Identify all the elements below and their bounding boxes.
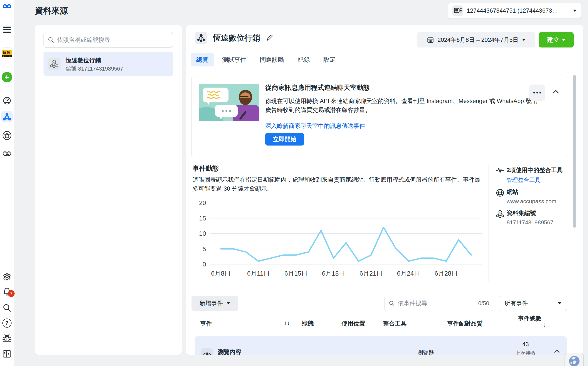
row-collapse-chevron-up-icon[interactable] (553, 349, 560, 354)
browser-globe-widget[interactable] (565, 354, 584, 366)
col-status: 狀態 (302, 320, 314, 328)
tab-diagnostics[interactable]: 問題診斷 (254, 53, 290, 66)
event-filter-value: 所有事件 (504, 299, 528, 307)
banner-illustration (199, 84, 259, 121)
tab-test-events[interactable]: 測試事件 (216, 53, 252, 66)
partners-handshake-icon[interactable] (2, 150, 12, 159)
date-range-value: 2024年6月8日 – 2024年7月5日 (437, 36, 518, 44)
search-icon (389, 300, 395, 306)
events-activity-chart: 051015206月8日6月11日6月15日6月18日6月21日6月24日6月2… (191, 199, 484, 278)
date-range-picker[interactable]: 2024年6月8日 – 2024年7月5日 (417, 32, 535, 47)
globe-color-icon (568, 355, 580, 366)
tab-history[interactable]: 紀錄 (292, 53, 316, 66)
integrations-count: 2項使用中的整合工具 (507, 166, 574, 174)
dataset-title: 恆遠數位行銷 (213, 33, 260, 43)
globe-icon (496, 188, 504, 197)
vertical-scrollbar-thumb[interactable] (573, 75, 576, 228)
svg-text:5: 5 (203, 245, 206, 252)
banner-collapse-chevron-up-icon[interactable] (552, 89, 559, 95)
svg-text:6月8日: 6月8日 (211, 270, 231, 277)
row-total-count: 43 (511, 341, 540, 348)
report-bug-icon[interactable] (2, 334, 12, 343)
list-item-title: 恆遠數位行銷 (66, 56, 101, 64)
tab-bar: 總覽 測試事件 問題診斷 紀錄 設定 (191, 53, 341, 66)
create-plus-button[interactable]: + (2, 72, 12, 82)
col-event: 事件 (200, 320, 212, 328)
list-item-id: 編號 817117431989567 (66, 65, 123, 72)
integrations-info: 2項使用中的整合工具 管理整合工具 (496, 166, 574, 184)
event-search-input[interactable] (398, 300, 475, 307)
hamburger-menu-button[interactable] (3, 27, 11, 33)
col-usage: 使用位置 (342, 320, 365, 328)
events-section-title: 事件動態 (193, 164, 219, 173)
svg-text:6月21日: 6月21日 (360, 270, 382, 277)
website-label: 網站 (507, 188, 574, 196)
search-icon[interactable] (2, 303, 12, 313)
star-circle-icon[interactable] (2, 131, 12, 140)
tab-settings[interactable]: 設定 (318, 53, 341, 66)
banner-more-button[interactable] (529, 84, 545, 101)
left-icon-rail: 恆遠 數位行銷 + 7 ? (0, 0, 14, 366)
dataset-nodes-icon-dark (195, 31, 207, 44)
dataset-nodes-icon (48, 58, 60, 70)
eye-icon (201, 348, 213, 355)
add-event-button[interactable]: 新增事件 (191, 296, 238, 311)
data-sources-icon[interactable] (1, 111, 13, 122)
data-sources-list-panel: 恆遠數位行銷 編號 817117431989567 (35, 25, 182, 355)
col-match-quality: 事件配對品質 (447, 320, 482, 328)
col-total-events: 事件總數 (518, 315, 542, 322)
edit-pencil-icon[interactable] (266, 34, 273, 42)
svg-text:20: 20 (199, 199, 206, 206)
sort-toggle-icon[interactable]: ↑↓ (284, 320, 290, 326)
chevron-down-icon (522, 39, 526, 41)
dataset-nodes-icon (496, 210, 504, 218)
dataset-id-value: 817117431989567 (507, 219, 574, 226)
help-icon[interactable]: ? (2, 319, 12, 328)
svg-text:6月24日: 6月24日 (397, 270, 420, 277)
list-search-box[interactable] (44, 32, 173, 48)
account-selector[interactable]: 127444367344751 (1274443673… (448, 3, 581, 19)
notifications-badge: 7 (8, 290, 15, 297)
banner-learn-more-link[interactable]: 深入瞭解商家聊天室中的訊息傳送事件 (265, 122, 365, 130)
row-event-name: 瀏覽內容 (218, 348, 241, 355)
create-button-label: 建立 (547, 36, 559, 44)
list-search-input[interactable] (57, 37, 169, 43)
pulse-icon (496, 167, 504, 174)
table-row-pageview[interactable]: 瀏覽內容 瀏覽器 43 上次接收 (195, 336, 567, 355)
overview-gauge-icon[interactable] (2, 96, 12, 106)
messaging-banner-card: 從商家訊息應用程式連結聊天室動態 你現在可以使用轉換 API 來連結商家聊天室的… (191, 76, 567, 158)
list-item-dataset[interactable]: 恆遠數位行銷 編號 817117431989567 (44, 52, 173, 76)
chevron-down-icon (227, 302, 230, 304)
avatar-text: 恆遠 (2, 50, 12, 55)
dataset-detail-panel: 恆遠數位行銷 2024年6月8日 – 2024年7月5日 建立 總覽 測試事件 … (186, 25, 583, 355)
get-started-button[interactable]: 立即開始 (265, 133, 304, 145)
event-search-box[interactable]: 0/50 (384, 296, 493, 311)
svg-text:0: 0 (203, 261, 206, 268)
website-info: 網站 www.accupass.com (496, 188, 574, 205)
col-integration: 整合工具 (383, 320, 406, 328)
row-total-sublabel: 上次接收 (511, 350, 540, 355)
calendar-icon (427, 36, 434, 43)
manage-integrations-link[interactable]: 管理整合工具 (507, 176, 574, 184)
chevron-down-icon (573, 10, 576, 12)
settings-gear-icon[interactable] (2, 272, 12, 281)
svg-text:10: 10 (199, 230, 206, 237)
banner-title: 從商家訊息應用程式連結聊天室動態 (265, 83, 370, 92)
svg-text:6月11日: 6月11日 (247, 270, 270, 277)
business-portfolio-icon (452, 5, 463, 16)
chevron-down-icon (562, 39, 565, 41)
create-button[interactable]: 建立 (539, 32, 574, 47)
collapse-panel-icon[interactable] (2, 349, 12, 358)
meta-logo[interactable] (2, 3, 12, 10)
tab-overview[interactable]: 總覽 (191, 53, 214, 66)
add-event-label: 新增事件 (199, 299, 223, 307)
svg-text:6月15日: 6月15日 (284, 270, 308, 277)
event-filter-dropdown[interactable]: 所有事件 (499, 296, 567, 311)
search-icon (48, 37, 54, 43)
sort-desc-arrow-icon[interactable]: ↓ (543, 321, 546, 328)
vertical-divider (489, 165, 489, 282)
website-value: www.accupass.com (507, 198, 574, 205)
business-avatar[interactable]: 恆遠 數位行銷 (2, 47, 12, 59)
account-selector-value: 127444367344751 (1274443673… (467, 8, 573, 14)
avatar-subtext: 數位行銷 (2, 55, 12, 57)
